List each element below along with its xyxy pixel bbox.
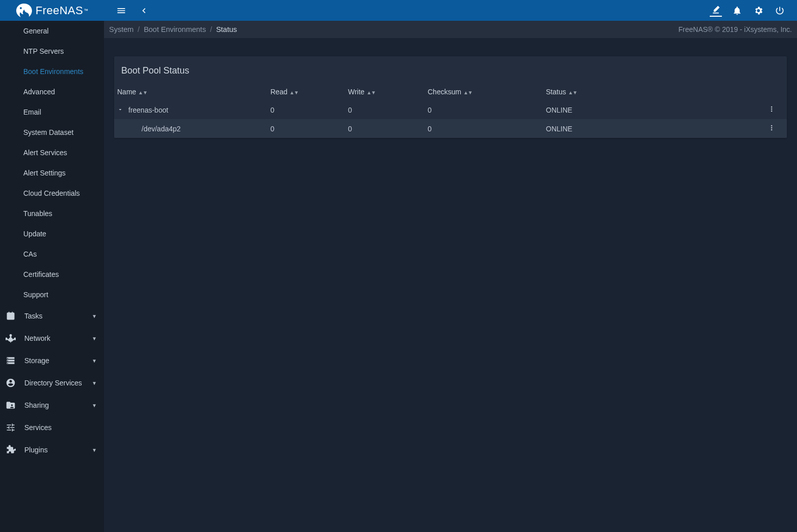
content: Boot Pool Status Name▲▼ Read▲▼ Write▲▼ C…	[104, 38, 797, 532]
sidebar-item-label: Tunables	[23, 209, 52, 218]
row-name: /dev/ada4p2	[128, 125, 181, 133]
row-status: ONLINE	[543, 100, 756, 119]
sidebar-item-certificates[interactable]: Certificates	[0, 264, 104, 285]
col-label: Name	[117, 88, 136, 96]
breadcrumb-bar: System / Boot Environments / Status Free…	[104, 21, 797, 38]
gear-icon	[753, 6, 764, 16]
sidebar-item-label: Certificates	[23, 270, 59, 278]
notifications-button[interactable]	[731, 5, 743, 17]
sort-icon: ▲▼	[568, 90, 577, 95]
sidebar-item-label: NTP Servers	[23, 47, 64, 55]
sidebar-item-general[interactable]: General	[0, 21, 104, 41]
sidebar-section-label: Plugins	[24, 446, 84, 454]
breadcrumb-sep: /	[210, 25, 212, 33]
sidebar-section-label: Network	[24, 334, 84, 342]
settings-button[interactable]	[752, 5, 765, 17]
collapse-button[interactable]	[137, 5, 150, 17]
chevron-down-icon: ▼	[92, 336, 97, 341]
sidebar-item-cloud-credentials[interactable]: Cloud Credentials	[0, 183, 104, 203]
col-header-checksum[interactable]: Checksum▲▼	[425, 83, 543, 100]
row-write: 0	[345, 119, 425, 138]
chevron-down-icon: ▼	[92, 380, 97, 386]
sidebar-item-email[interactable]: Email	[0, 102, 104, 122]
paint-icon	[711, 5, 721, 15]
row-actions-button[interactable]	[768, 107, 776, 115]
sidebar-section-tasks[interactable]: Tasks▼	[0, 305, 104, 327]
sidebar-item-alert-services[interactable]: Alert Services	[0, 143, 104, 163]
sidebar-item-label: Email	[23, 108, 41, 116]
tm: ™	[84, 8, 89, 13]
sidebar-section-services[interactable]: Services	[0, 416, 104, 439]
sidebar-item-label: System Dataset	[23, 128, 74, 136]
chevron-down-icon: ▼	[92, 358, 97, 364]
bell-icon	[732, 6, 742, 16]
top-left-controls	[104, 5, 150, 17]
sort-icon: ▲▼	[366, 90, 375, 95]
sidebar-section-network[interactable]: Network▼	[0, 327, 104, 349]
table-row[interactable]: freenas-boot000ONLINE	[114, 100, 787, 119]
sidebar-item-cas[interactable]: CAs	[0, 244, 104, 264]
power-button[interactable]	[774, 5, 786, 17]
sidebar-item-tunables[interactable]: Tunables	[0, 203, 104, 224]
col-header-write[interactable]: Write▲▼	[345, 83, 425, 100]
sidebar-section-label: Sharing	[24, 401, 84, 409]
chevron-down-icon: ▼	[92, 403, 97, 408]
sidebar-item-label: CAs	[23, 250, 37, 258]
boot-pool-card: Boot Pool Status Name▲▼ Read▲▼ Write▲▼ C…	[114, 56, 787, 138]
sidebar-item-label: Advanced	[23, 88, 55, 96]
sidebar-section-directory-services[interactable]: Directory Services▼	[0, 372, 104, 394]
sidebar-item-system-dataset[interactable]: System Dataset	[0, 122, 104, 143]
folder-shared-icon	[5, 400, 16, 410]
col-label: Checksum	[428, 88, 461, 96]
table-row[interactable]: /dev/ada4p2000ONLINE	[114, 119, 787, 138]
sort-icon: ▲▼	[289, 90, 298, 95]
breadcrumb: Status	[216, 25, 237, 33]
breadcrumb[interactable]: Boot Environments	[144, 25, 206, 33]
sidebar-item-label: Update	[23, 230, 46, 238]
breadcrumb[interactable]: System	[109, 25, 133, 33]
sidebar-section-plugins[interactable]: Plugins▼	[0, 439, 104, 461]
col-header-status[interactable]: Status▲▼	[543, 83, 756, 100]
sidebar-item-ntp-servers[interactable]: NTP Servers	[0, 41, 104, 61]
calendar-icon	[5, 311, 16, 321]
row-write: 0	[345, 100, 425, 119]
sidebar-section-storage[interactable]: Storage▼	[0, 349, 104, 372]
sidebar-section-label: Services	[24, 423, 97, 432]
topbar: FreeNAS ™	[0, 0, 797, 21]
sidebar-item-support[interactable]: Support	[0, 285, 104, 305]
sidebar-section-label: Storage	[24, 357, 84, 365]
copyright-text: FreeNAS® © 2019 - iXsystems, Inc.	[678, 25, 792, 33]
row-checksum: 0	[425, 119, 543, 138]
power-icon	[775, 6, 785, 16]
storage-icon	[5, 356, 16, 366]
chevron-down-icon: ▼	[92, 313, 97, 319]
theme-button[interactable]	[710, 5, 722, 17]
breadcrumb-sep: /	[137, 25, 140, 33]
sidebar-item-boot-environments[interactable]: Boot Environments	[0, 61, 104, 82]
card-title: Boot Pool Status	[114, 56, 787, 83]
row-status: ONLINE	[543, 119, 756, 138]
col-header-read[interactable]: Read▲▼	[267, 83, 345, 100]
more-vert-icon	[768, 124, 776, 132]
row-actions-button[interactable]	[768, 125, 776, 133]
sidebar-section-label: Tasks	[24, 312, 84, 320]
logo[interactable]: FreeNAS ™	[15, 3, 88, 18]
sidebar-item-label: Alert Settings	[23, 169, 65, 177]
extension-icon	[5, 445, 16, 455]
chevron-down-icon[interactable]	[117, 106, 124, 114]
sidebar-item-update[interactable]: Update	[0, 224, 104, 244]
boot-pool-table: Name▲▼ Read▲▼ Write▲▼ Checksum▲▼ Status▲…	[114, 83, 787, 138]
sidebar-section-sharing[interactable]: Sharing▼	[0, 394, 104, 416]
col-header-name[interactable]: Name▲▼	[114, 83, 267, 100]
main: System / Boot Environments / Status Free…	[104, 21, 797, 532]
freenas-logo-icon	[15, 3, 32, 18]
sidebar-item-label: Boot Environments	[23, 67, 83, 76]
hamburger-icon	[116, 6, 126, 16]
row-read: 0	[267, 100, 345, 119]
sidebar-item-alert-settings[interactable]: Alert Settings	[0, 163, 104, 183]
sidebar-item-label: Support	[23, 291, 48, 299]
col-label: Write	[348, 88, 364, 96]
sidebar-item-label: Alert Services	[23, 149, 67, 157]
sidebar-item-advanced[interactable]: Advanced	[0, 82, 104, 102]
menu-toggle-button[interactable]	[115, 5, 127, 17]
